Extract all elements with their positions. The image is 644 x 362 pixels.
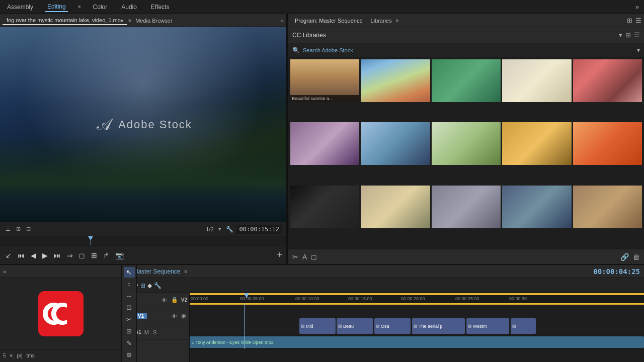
v1-clip-extra[interactable]: ▤ [511,318,536,334]
link-tool[interactable]: ⊞ [140,282,145,289]
stock-item-14[interactable] [502,186,571,228]
delete-icon[interactable]: 🗑 [633,253,640,261]
play-button[interactable]: ▶ [41,250,49,260]
tab-source-clip[interactable]: fog over the mystic mountain lake, video… [3,16,127,25]
stock-item-8[interactable] [432,122,501,165]
nav-overflow[interactable]: » [635,4,639,11]
timeline-ruler[interactable]: 00:00:00 00:00:05:00 00:00:10:00 00:00:1… [190,293,644,303]
main-layout: fog over the mystic mountain lake, video… [0,14,644,264]
a1-m-button[interactable]: M [143,329,150,336]
select-tool-button[interactable]: ↖ [124,267,135,278]
nav-editing[interactable]: Editing [45,2,68,12]
cc-grid-icon[interactable]: ⊞ [625,31,631,39]
marker-tool[interactable]: ◆ [147,282,152,289]
ripple-edit-button[interactable]: ↕ [124,279,135,290]
tab-media-browser[interactable]: Media Browser [131,17,176,25]
mark-out-button[interactable]: ⊞ [90,250,99,260]
v2-eye-button[interactable]: 👁 [160,297,168,304]
v2-lock-button[interactable]: 🔒 [170,296,179,304]
pen-button[interactable]: ✎ [124,338,135,348]
safe-margins-button[interactable]: ⊞ [15,225,22,233]
settings-button[interactable]: ☰ [4,225,12,233]
step-forward-button[interactable]: ⏭ [52,250,62,260]
v1-clip-mid[interactable]: ▤ Mid [299,318,336,334]
sidebar-menu-icon[interactable]: ≡ [10,353,13,358]
timeline-timecode-display[interactable]: 00:00:04:25 [593,267,640,276]
export-frame-button[interactable]: 📷 [114,250,125,260]
rolling-edit-button[interactable]: ↔ [124,291,135,301]
stock-item-13[interactable] [432,186,501,228]
a1-track-lane[interactable]: ♪ Tony Anderson - Eyes Wide Open.mp3 [190,335,644,349]
tab-program-monitor[interactable]: Program: Master Sequence [291,17,367,25]
nav-effects[interactable]: Effects [149,3,171,12]
a1-s-button[interactable]: S [152,329,157,336]
previous-edit-button[interactable]: ↙ [4,250,13,260]
v1-eye-button[interactable]: 👁 [171,313,178,320]
grid-view-button[interactable]: ⊞ [627,17,632,24]
stock-item-4[interactable] [502,59,571,102]
stock-item-7[interactable] [361,122,430,165]
sidebar-tms-label: tms [27,353,35,358]
editing-menu-icon[interactable]: ≡ [78,4,81,10]
sequence-tool[interactable]: 🔧 [154,282,162,289]
loop-button[interactable]: ⇒ [65,250,74,260]
razor-button[interactable]: ✂ [124,314,135,325]
cc-libraries-title: CC Libraries [292,32,615,39]
v1-clip-aerial[interactable]: ▤ The aerial p [412,318,465,334]
nav-audio[interactable]: Audio [119,3,139,12]
v1-clip-osa[interactable]: ▤ Osa [374,318,411,334]
add-control-button[interactable]: + [277,250,282,260]
compare-button[interactable]: ⊟ [25,225,32,233]
scrubber-playhead [88,236,93,245]
timeline-menu-icon[interactable]: ≡ [185,268,188,274]
a1-audio-clip[interactable]: ♪ Tony Anderson - Eyes Wide Open.mp3 [190,336,644,348]
cc-list-icon[interactable]: ☰ [634,31,640,39]
resolution-dropdown[interactable]: ▾ [217,225,223,233]
stock-item-12[interactable] [361,186,430,228]
zoom-button[interactable]: ⊕ [124,350,135,360]
slip-button[interactable]: ⊞ [124,326,135,337]
cc-dropdown-icon[interactable]: ▾ [619,31,622,39]
v1-solo-button[interactable]: ◉ [180,312,187,320]
stock-item-6[interactable] [290,122,359,165]
v1-clip-beau[interactable]: ▤ Beau [337,318,373,334]
nav-assembly[interactable]: Assembly [5,3,35,12]
cc-libraries-controls: ▾ ⊞ ☰ [619,31,640,39]
libraries-menu-icon[interactable]: ≡ [396,18,399,23]
stock-item-10[interactable] [573,122,642,165]
search-adobe-stock-text[interactable]: Search Adobe Stock [303,47,353,53]
sidebar-expand-button[interactable]: » [3,268,6,275]
nav-color[interactable]: Color [91,3,110,12]
cc-link-icon[interactable]: 🔗 [620,253,629,261]
v1-track-lane[interactable]: ▤ Mid ▤ Beau ▤ Osa ▤ The aerial p [190,317,644,335]
clip-icon[interactable]: ✂ [292,253,298,261]
sidebar-label-5: 5 [3,353,6,358]
stock-item-2[interactable] [361,59,430,102]
stock-item-1[interactable]: Beautiful sunrise a... [290,59,359,102]
mark-in-button[interactable]: ◻ [77,250,87,260]
stock-item-15[interactable] [573,186,642,228]
search-expand-icon[interactable]: ▾ [637,47,640,54]
stock-item-11[interactable] [290,186,359,228]
stop-back-button[interactable]: ◀ [29,250,38,260]
insert-button[interactable]: ↱ [102,250,111,260]
panel-expand-button[interactable]: » [281,18,284,24]
stock-item-3[interactable] [432,59,501,102]
ruler-mark-10: 00:00:10:00 [295,296,319,301]
text-icon[interactable]: A [302,253,307,261]
tab-libraries[interactable]: Libraries [367,17,396,25]
stock-item-label-1: Beautiful sunrise a... [290,95,359,102]
settings-wrench-icon[interactable]: 🔧 [226,226,233,233]
cc-logo-svg [43,296,78,331]
list-view-button[interactable]: ☰ [635,17,641,24]
stock-item-9[interactable] [502,122,571,165]
ruler-mark-25: 00:00:25:00 [455,296,479,301]
timecode-display[interactable]: 00:00:15:12 [236,225,282,234]
stock-item-5[interactable] [573,59,642,102]
rate-stretch-button[interactable]: ⊡ [124,303,135,313]
shape-icon[interactable]: ◻ [311,253,317,261]
v1-clip-westm[interactable]: ▤ Westm [466,318,509,334]
step-back-button[interactable]: ⏮ [16,250,26,260]
source-scrubber[interactable] [0,236,286,246]
v2-track-lane[interactable] [190,303,644,317]
